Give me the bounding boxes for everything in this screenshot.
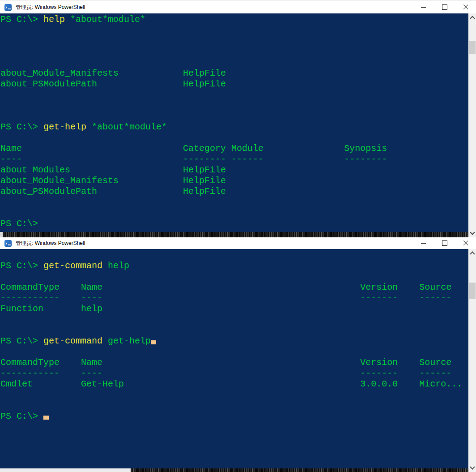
terminal-line — [0, 208, 468, 219]
terminal-line — [0, 90, 468, 100]
close-icon — [463, 4, 469, 10]
close-button[interactable] — [455, 0, 476, 14]
maximize-icon — [442, 240, 447, 246]
close-button[interactable] — [455, 237, 476, 249]
terminal-text-segment: PS C:\> — [0, 411, 43, 421]
minimize-button[interactable] — [413, 0, 434, 14]
terminal-text-segment: about_Module_Manifests HelpFile — [0, 176, 226, 186]
close-icon — [463, 240, 469, 246]
terminal-text-segment: Name Category Module Synopsis — [0, 143, 387, 154]
text-cursor — [151, 340, 156, 344]
powershell-icon — [4, 240, 12, 247]
terminal-text-segment: ---- -------- ------ -------- — [0, 154, 387, 164]
terminal-line — [0, 133, 468, 143]
terminal-line: PS C:\> — [0, 411, 468, 422]
scroll-down-icon[interactable] — [470, 464, 475, 469]
terminal-line: PS C:\> — [0, 219, 468, 229]
scrollbar-thumb[interactable] — [469, 283, 476, 299]
terminal-line: ---- -------- ------ -------- — [0, 154, 468, 165]
terminal-line: CommandType Name Version Source — [0, 282, 468, 293]
terminal-line: about_Modules HelpFile — [0, 165, 468, 176]
terminal-line: Name Category Module Synopsis — [0, 143, 468, 154]
maximize-button[interactable] — [434, 0, 455, 14]
terminal-buffer: PS C:\> help *about*module*about_Module_… — [0, 14, 468, 229]
terminal-line: about_PSModulePath HelpFile — [0, 79, 468, 90]
terminal-text-segment: *about*module* — [65, 14, 145, 25]
terminal-text-segment: ----------- ---- ------- ------ — [0, 293, 451, 303]
minimize-icon — [421, 7, 426, 8]
powershell-icon — [4, 4, 12, 11]
maximize-icon — [442, 4, 447, 10]
maximize-button[interactable] — [434, 237, 455, 249]
terminal-line — [0, 25, 468, 36]
terminal-text-segment: PS C:\> — [0, 14, 43, 25]
terminal-text-segment: Function help — [0, 304, 102, 314]
terminal-buffer: PS C:\> get-command helpCommandType Name… — [0, 250, 468, 422]
terminal-text-segment: help — [43, 14, 65, 25]
terminal-text-segment: *about*module* — [86, 122, 167, 132]
terminal-line: about_Module_Manifests HelpFile — [0, 68, 468, 79]
terminal-line — [0, 347, 468, 357]
window-controls — [413, 237, 476, 249]
terminal-line — [0, 47, 468, 57]
terminal-line — [0, 111, 468, 122]
terminal-text-segment: about_PSModulePath HelpFile — [0, 186, 226, 197]
terminal-line: PS C:\> get-command help — [0, 261, 468, 271]
terminal-text-segment: CommandType Name Version Source — [0, 282, 451, 292]
terminal-line — [0, 57, 468, 68]
powershell-window-bottom: 管理员: Windows PowerShell PS C:\> get-comm… — [0, 237, 476, 472]
terminal-line: about_Module_Manifests HelpFile — [0, 176, 468, 186]
terminal-line — [0, 100, 468, 111]
scrollbar-thumb[interactable] — [469, 41, 476, 54]
minimize-icon — [421, 243, 426, 244]
terminal-text-segment: help — [102, 261, 129, 271]
scroll-up-icon[interactable] — [470, 16, 475, 21]
terminal-text-segment: ----------- ---- ------- ------ — [0, 368, 451, 378]
terminal-text-segment: PS C:\> — [0, 122, 43, 132]
scroll-up-icon[interactable] — [470, 251, 475, 256]
terminal-text-segment: CommandType Name Version Source — [0, 357, 451, 368]
terminal-line — [0, 314, 468, 325]
terminal-text-segment: about_PSModulePath HelpFile — [0, 79, 226, 89]
horizontal-scrollbar[interactable] — [0, 232, 468, 237]
scroll-down-icon[interactable] — [470, 230, 475, 235]
terminal-text-segment: PS C:\> — [0, 219, 38, 229]
terminal-line — [0, 271, 468, 282]
console-output: PS C:\> help *about*module*about_Module_… — [0, 13, 476, 237]
terminal-line: CommandType Name Version Source — [0, 357, 468, 368]
vertical-scrollbar[interactable] — [468, 249, 476, 472]
window-title: 管理员: Windows PowerShell — [16, 240, 85, 247]
terminal-line: PS C:\> get-command get-help — [0, 336, 468, 347]
window-titlebar[interactable]: 管理员: Windows PowerShell — [0, 237, 476, 249]
terminal-text-segment: get-help — [102, 336, 151, 346]
terminal-line: PS C:\> get-help *about*module* — [0, 122, 468, 133]
powershell-window-top: 管理员: Windows PowerShell PS C:\> help *ab… — [0, 0, 476, 237]
terminal-text-segment: PS C:\> — [0, 336, 43, 346]
terminal-line: ----------- ---- ------- ------ — [0, 368, 468, 379]
terminal-line: ----------- ---- ------- ------ — [0, 293, 468, 304]
terminal-line: Cmdlet Get-Help 3.0.0.0 Micro... — [0, 379, 468, 390]
window-controls — [413, 0, 476, 14]
console-output: PS C:\> get-command helpCommandType Name… — [0, 249, 476, 472]
terminal-line — [0, 325, 468, 336]
window-titlebar[interactable]: 管理员: Windows PowerShell — [0, 0, 476, 14]
terminal-line — [0, 197, 468, 208]
terminal-line: Function help — [0, 304, 468, 314]
terminal-text-segment: get-help — [43, 122, 86, 132]
terminal-text-segment: Cmdlet Get-Help 3.0.0.0 Micro... — [0, 379, 462, 389]
terminal-text-segment: get-command — [43, 336, 102, 346]
terminal-line — [0, 390, 468, 400]
vertical-scrollbar[interactable] — [468, 13, 476, 237]
terminal-line — [0, 250, 468, 261]
terminal-text-segment: PS C:\> — [0, 261, 43, 271]
terminal-text-segment: about_Modules HelpFile — [0, 165, 226, 175]
horizontal-scrollbar[interactable] — [0, 468, 468, 472]
text-cursor — [43, 416, 49, 420]
minimize-button[interactable] — [413, 237, 434, 249]
terminal-line — [0, 400, 468, 411]
terminal-line: about_PSModulePath HelpFile — [0, 186, 468, 197]
terminal-line: PS C:\> help *about*module* — [0, 14, 468, 25]
terminal-line — [0, 36, 468, 47]
terminal-text-segment: about_Module_Manifests HelpFile — [0, 68, 226, 78]
window-title: 管理员: Windows PowerShell — [16, 4, 85, 11]
